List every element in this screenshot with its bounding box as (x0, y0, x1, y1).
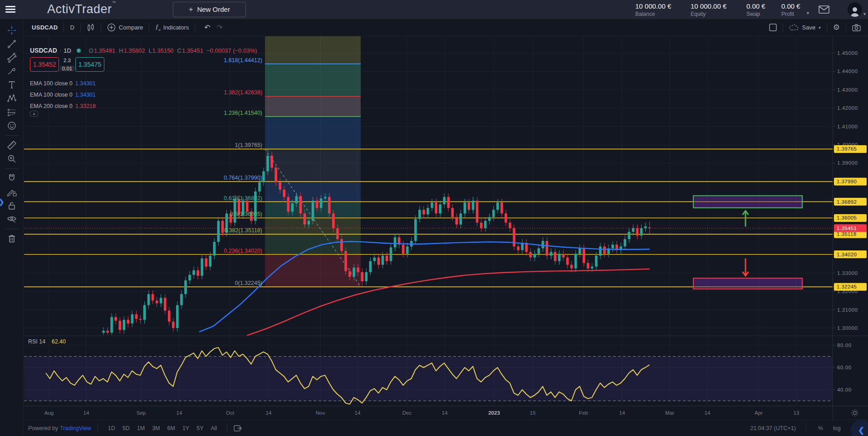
theme-sun-icon (851, 409, 858, 416)
forecast-icon[interactable] (4, 105, 20, 119)
svg-text:Nov: Nov (316, 410, 325, 416)
indicator-row[interactable]: EMA 100 close 01.34301 (30, 80, 96, 87)
svg-text:0.764(1.37990): 0.764(1.37990) (224, 175, 262, 181)
chart-toolbar: USDCAD D Compare ƒx Indicators ↶ ↷ Save … (24, 19, 868, 36)
text-tool-icon[interactable] (4, 78, 20, 92)
svg-text:0.618(1.36892): 0.618(1.36892) (224, 195, 262, 201)
undo-icon[interactable]: ↶ (204, 23, 210, 32)
range-1d[interactable]: 1D (108, 425, 115, 431)
svg-text:1(1.39765): 1(1.39765) (235, 142, 262, 148)
log-scale-button[interactable]: log (833, 425, 841, 431)
camera-icon[interactable] (852, 24, 861, 31)
swap-summary: 0.00 € Swap (746, 2, 765, 18)
range-6m[interactable]: 6M (167, 425, 175, 431)
trend-line-icon[interactable] (4, 37, 20, 51)
new-order-button[interactable]: +New Order (173, 2, 246, 17)
trading-chart[interactable]: 1.618(1.44412)1.382(1.42638)1.236(1.4154… (0, 0, 868, 436)
indicator-row[interactable]: EMA 100 close 01.34301 (30, 92, 96, 98)
svg-text:2023: 2023 (488, 410, 500, 416)
avatar-dropdown-caret-icon[interactable]: ▾ (863, 11, 866, 16)
drawing-toolbar: ❯ (0, 19, 24, 436)
eye-icon[interactable] (4, 212, 20, 226)
svg-text:14: 14 (83, 410, 89, 416)
mail-icon[interactable] (819, 5, 829, 14)
spread-value: 2.3 (64, 58, 71, 63)
indicators-button[interactable]: ƒx Indicators (155, 23, 189, 32)
goto-date-icon[interactable] (234, 425, 242, 432)
svg-text:13: 13 (794, 410, 799, 416)
account-dropdown-caret-icon[interactable]: ▾ (807, 10, 809, 15)
close-value: 1.35451 (182, 47, 203, 54)
svg-text:0.236(1.34020): 0.236(1.34020) (224, 248, 262, 254)
range-all[interactable]: All (211, 425, 217, 431)
brush-icon[interactable] (4, 64, 20, 78)
range-5y[interactable]: 5Y (196, 425, 203, 431)
range-3m[interactable]: 3M (152, 425, 160, 431)
svg-text:14: 14 (355, 410, 361, 416)
svg-text:14: 14 (442, 410, 448, 416)
chart-style-button[interactable] (87, 23, 95, 32)
equity-value: 10 000.00 € (691, 2, 726, 11)
bottom-bar: Powered by TradingView 1D 5D 1M 3M 6M 1Y… (24, 420, 868, 436)
save-caret-icon: ▾ (819, 25, 821, 30)
lock-icon[interactable] (4, 199, 20, 212)
fib-tools-icon[interactable] (4, 51, 20, 64)
low-value: 1.35150 (152, 47, 174, 54)
profit-label: Profit (781, 11, 800, 18)
clock[interactable]: 21:04:37 (UTC+1) (750, 425, 795, 431)
tradingview-link[interactable]: TradingView (60, 425, 91, 431)
ruler-icon[interactable] (4, 138, 20, 152)
rsi-legend[interactable]: RSI 14 62.40 (28, 338, 66, 345)
pip-value: 0.01 (60, 66, 74, 71)
legend-symbol[interactable]: USDCAD (30, 47, 57, 54)
xabcd-pattern-icon[interactable] (4, 92, 20, 105)
range-1m[interactable]: 1M (137, 425, 145, 431)
change-value: −0.00037 (−0.03%) (206, 47, 257, 54)
legend-collapse-button[interactable]: ▲ (30, 111, 38, 117)
emoji-icon[interactable] (4, 119, 20, 132)
interval-button[interactable]: D (70, 24, 74, 31)
svg-text:14: 14 (705, 410, 711, 416)
percent-scale-button[interactable]: % (818, 425, 823, 431)
gear-icon[interactable]: ⚙ (833, 23, 840, 32)
menu-icon[interactable] (5, 6, 15, 13)
indicator-row[interactable]: EMA 200 close 01.33218 (30, 103, 96, 109)
profit-value: 0.00 € (781, 2, 800, 11)
svg-text:Feb: Feb (579, 410, 588, 416)
svg-text:1.45000: 1.45000 (837, 50, 858, 56)
cloud-save-button[interactable]: Save ▾ (789, 24, 821, 31)
app-logo: ActivTrader™ (47, 2, 116, 16)
layout-button[interactable] (769, 24, 777, 31)
svg-text:40.00: 40.00 (837, 387, 852, 392)
rsi-value: 62.40 (52, 338, 66, 345)
symbol-button[interactable]: USDCAD (32, 24, 58, 31)
swap-label: Swap (746, 11, 765, 18)
buy-button[interactable]: 1.35475 (75, 57, 104, 72)
svg-text:1.36005: 1.36005 (837, 215, 857, 220)
svg-text:0.5(1.36005): 0.5(1.36005) (230, 211, 262, 217)
legend-interval[interactable]: 1D (64, 47, 71, 54)
panel-expand-icon[interactable]: ❯ (0, 198, 5, 206)
powered-by: Powered by (28, 425, 58, 431)
high-value: 1.35802 (123, 47, 145, 54)
avatar[interactable] (848, 2, 862, 17)
range-1y[interactable]: 1Y (182, 425, 189, 431)
fx-icon: ƒx (155, 23, 161, 32)
svg-text:1.35118: 1.35118 (837, 231, 857, 237)
svg-text:1.33000: 1.33000 (837, 270, 858, 276)
magnet-icon[interactable] (4, 171, 20, 185)
svg-text:1.42000: 1.42000 (837, 105, 858, 111)
compare-button[interactable]: Compare (107, 23, 143, 32)
sell-button[interactable]: 1.35452 (30, 57, 59, 72)
crosshair-icon[interactable] (4, 24, 20, 37)
svg-text:80.00: 80.00 (837, 343, 852, 348)
open-value: 1.35491 (94, 47, 115, 54)
range-5d[interactable]: 5D (123, 425, 130, 431)
market-open-dot (77, 49, 81, 53)
trash-icon[interactable] (4, 232, 20, 245)
equity-summary: 10 000.00 € Equity (691, 2, 726, 18)
draw-lock-icon[interactable] (4, 185, 20, 199)
chart-legend: USDCAD · 1D O1.35491 H1.35802 L1.35150 C… (30, 47, 257, 54)
svg-text:1.39000: 1.39000 (837, 160, 858, 166)
zoom-in-icon[interactable] (4, 152, 20, 166)
